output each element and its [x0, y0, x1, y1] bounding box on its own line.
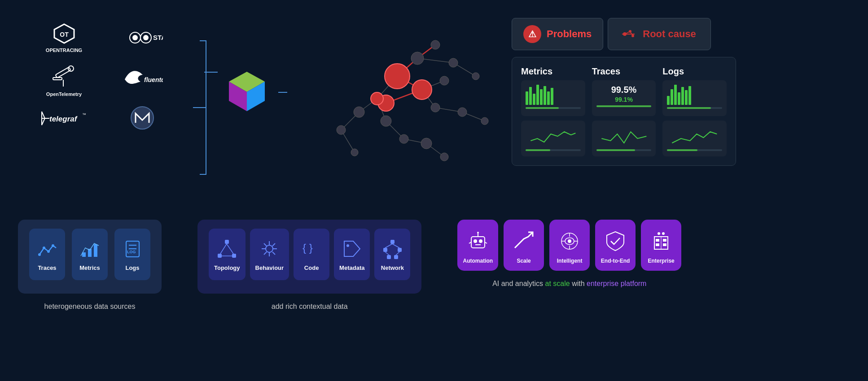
svg-point-106 — [479, 239, 482, 243]
metrics-bar-chart — [521, 80, 585, 116]
svg-text:OT: OT — [60, 31, 69, 38]
svg-rect-73 — [94, 244, 97, 257]
svg-rect-79 — [218, 254, 222, 258]
topology-label: Topology — [214, 264, 240, 271]
opentelemetry-logo: OpenTelemetry — [27, 62, 101, 97]
network-visualization — [296, 22, 498, 193]
logs-card: LOG Logs — [114, 229, 150, 280]
svg-text:fluentd: fluentd — [144, 76, 163, 83]
svg-point-17 — [131, 107, 153, 129]
opentelemetry-icon — [51, 62, 78, 89]
svg-point-45 — [472, 73, 479, 80]
svg-point-47 — [458, 108, 467, 117]
svg-point-70 — [52, 244, 54, 247]
traces-header: Traces 99.5% 99.1% — [592, 66, 656, 156]
svg-rect-123 — [663, 243, 666, 246]
svg-point-51 — [351, 149, 358, 156]
data-sources-wrapper: Traces Metrics — [18, 220, 162, 311]
intelligent-icon — [557, 229, 582, 253]
dashboard-buttons: ⚠ Problems Root cause — [512, 18, 850, 50]
end-to-end-label: End-to-End — [601, 258, 630, 264]
svg-point-57 — [385, 64, 410, 89]
svg-text:telegraf: telegraf — [49, 115, 78, 123]
fluentd-logo: fluentd — [105, 66, 180, 93]
opentracing-logo: OT OPENTRACING — [27, 22, 101, 53]
automation-card: Automation — [457, 220, 498, 271]
ai-panel: Automation Scale — [457, 220, 681, 271]
logs-icon: LOG — [121, 238, 144, 260]
context-description: add rich contextual data — [272, 303, 348, 311]
metrics-card-label: Metrics — [79, 264, 100, 271]
svg-rect-97 — [398, 248, 402, 252]
svg-point-58 — [412, 80, 432, 100]
behaviour-label: Behaviour — [255, 264, 284, 271]
metadata-card: Metadata — [334, 229, 370, 280]
data-sources-panel: Traces Metrics — [18, 220, 162, 294]
bottom-section: Traces Metrics — [0, 211, 868, 320]
code-card: { } Code — [294, 229, 329, 280]
problems-label: Problems — [547, 28, 592, 40]
svg-line-92 — [264, 252, 267, 255]
svg-point-43 — [431, 40, 440, 49]
svg-line-100 — [385, 244, 392, 248]
scale-label: Scale — [517, 258, 530, 264]
svg-point-109 — [477, 232, 479, 234]
network-graph-svg — [296, 22, 498, 193]
svg-point-46 — [440, 76, 449, 85]
intelligent-label: Intelligent — [557, 258, 583, 264]
svg-text:STATSD: STATSD — [153, 34, 163, 41]
svg-rect-99 — [394, 255, 398, 259]
statsd-icon: STATSD — [123, 26, 163, 49]
automation-icon — [465, 229, 490, 253]
svg-rect-95 — [390, 240, 395, 244]
svg-point-54 — [421, 138, 432, 149]
svg-line-90 — [272, 252, 275, 255]
network-card: Network — [374, 229, 410, 280]
svg-line-82 — [227, 244, 233, 254]
network-label: Network — [381, 264, 404, 271]
opentracing-label: OPENTRACING — [46, 48, 82, 53]
svg-rect-120 — [656, 239, 659, 242]
svg-point-42 — [411, 52, 424, 65]
svg-point-4 — [132, 35, 138, 40]
enterprise-card: Enterprise — [641, 220, 681, 271]
svg-point-68 — [43, 247, 45, 249]
rootcause-icon — [619, 25, 637, 43]
metadata-label: Metadata — [339, 264, 364, 271]
telegraf-icon: telegraf ™ — [39, 107, 89, 130]
traces-pct-card: 99.5% 99.1% — [592, 80, 656, 116]
top-section: OT OPENTRACING STATSD STATSD — [0, 0, 868, 202]
enterprise-label: Enterprise — [648, 258, 674, 264]
svg-rect-104 — [471, 237, 485, 248]
logs-bar-chart — [662, 80, 727, 116]
dashboard-panel: ⚠ Problems Root cause — [512, 18, 850, 166]
rootcause-button[interactable]: Root cause — [608, 18, 711, 50]
svg-rect-96 — [383, 248, 387, 252]
problems-button[interactable]: ⚠ Problems — [512, 18, 603, 50]
network-icon — [381, 238, 403, 260]
logs-line-chart — [662, 121, 727, 156]
svg-point-94 — [346, 244, 349, 247]
svg-text:{ }: { } — [302, 242, 313, 254]
svg-rect-80 — [232, 254, 236, 258]
svg-text:™: ™ — [82, 113, 86, 117]
context-panel: Topology Behav — [197, 220, 421, 294]
svg-rect-9 — [53, 78, 62, 80]
cube-icon — [222, 67, 272, 117]
logos-panel: OT OPENTRACING STATSD STATSD — [18, 13, 189, 139]
metrics-line-chart — [521, 121, 585, 156]
svg-point-6 — [143, 35, 149, 40]
svg-line-89 — [264, 243, 267, 246]
code-icon: { } — [300, 238, 323, 260]
topology-icon — [216, 238, 238, 260]
traces-icon — [36, 238, 58, 260]
fluentd-icon: fluentd — [123, 66, 163, 93]
svg-point-69 — [47, 250, 50, 253]
svg-point-67 — [38, 253, 41, 256]
alert-icon: ⚠ — [523, 25, 541, 43]
ai-description: AI and analytics at scale with enterpris… — [492, 280, 646, 288]
svg-point-117 — [568, 239, 571, 243]
data-sources-description: heterogeneous data sources — [44, 303, 136, 311]
svg-point-44 — [449, 58, 458, 67]
svg-line-103 — [396, 252, 399, 255]
